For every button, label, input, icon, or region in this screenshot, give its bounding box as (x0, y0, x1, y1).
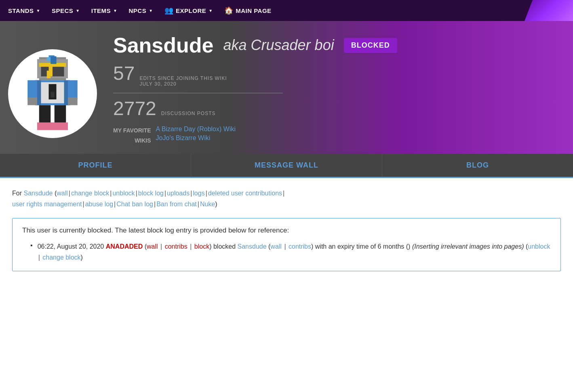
nav-stands[interactable]: STANDS ▼ (8, 7, 40, 14)
list-bullet: ▪ (30, 242, 33, 249)
content-area: For Sansdude (wall|change block|unblock|… (0, 178, 573, 281)
link-user-rights[interactable]: user rights management (12, 201, 82, 208)
profile-header: Sansdude aka Crusader boi BLOCKED 57 EDI… (0, 21, 573, 154)
tabs-bar: PROFILE MESSAGE WALL BLOG (0, 154, 573, 178)
explore-icon: 👥 (164, 6, 174, 15)
log-change-block[interactable]: change block (42, 254, 80, 261)
svg-rect-7 (47, 57, 51, 61)
posts-stat-row: 2772 DISCUSSION POSTS (113, 99, 561, 118)
link-unblock[interactable]: unblock (112, 190, 135, 197)
username-row: Sansdude aka Crusader boi BLOCKED (113, 33, 561, 57)
link-abuse-log[interactable]: abuse log (85, 201, 113, 208)
log-timestamp: 06:22, August 20, 2020 (38, 243, 104, 250)
svg-rect-8 (51, 56, 56, 64)
specs-arrow-icon: ▼ (76, 8, 80, 13)
posts-label: DISCUSSION POSTS (161, 111, 216, 116)
tab-message-wall[interactable]: MESSAGE WALL (191, 154, 382, 177)
svg-rect-22 (68, 97, 78, 105)
posts-count: 2772 (113, 99, 156, 118)
edits-label: EDITS SINCE JOINING THIS WIKI JULY 30, 2… (139, 75, 227, 87)
fav-wikis-label: MY FAVORITEWIKIS (113, 126, 151, 146)
link-uploads[interactable]: uploads (167, 190, 190, 197)
link-deleted-contributions[interactable]: deleted user contributions (208, 190, 282, 197)
stands-arrow-icon: ▼ (36, 8, 40, 13)
tab-blog-label: BLOG (466, 161, 489, 170)
log-reason: (Inserting irrelevant images into pages) (412, 243, 524, 250)
log-blocker-contribs[interactable]: contribs (165, 243, 187, 250)
stands-label: STANDS (8, 7, 34, 14)
log-target-wall[interactable]: wall (270, 243, 282, 250)
link-block-log[interactable]: block log (138, 190, 164, 197)
nav-items[interactable]: ITEMS ▼ (91, 7, 118, 14)
nav-explore[interactable]: 👥 EXPLORE ▼ (164, 6, 213, 15)
npcs-arrow-icon: ▼ (149, 8, 153, 13)
log-blocker-wall[interactable]: wall (147, 243, 158, 250)
log-entry-text: 06:22, August 20, 2020 ANADADED (wall | … (38, 241, 551, 263)
log-target-contribs[interactable]: contribs (289, 243, 311, 250)
block-log-entry: ▪ 06:22, August 20, 2020 ANADADED (wall … (22, 241, 551, 263)
block-log-title: This user is currently blocked. The late… (22, 226, 551, 235)
svg-rect-18 (53, 122, 68, 130)
svg-rect-15 (39, 105, 51, 124)
home-icon: 🏠 (224, 6, 234, 15)
block-info-para: For Sansdude (wall|change block|unblock|… (12, 188, 561, 210)
profile-info: Sansdude aka Crusader boi BLOCKED 57 EDI… (113, 33, 561, 146)
svg-rect-16 (55, 105, 66, 124)
link-nuke[interactable]: Nuke (200, 201, 215, 208)
tab-message-wall-label: MESSAGE WALL (255, 161, 318, 170)
fav-wiki-links: A Bizarre Day (Roblox) Wiki JoJo's Bizar… (156, 126, 236, 146)
avatar (8, 49, 97, 138)
edits-label-line1: EDITS SINCE JOINING THIS WIKI (139, 75, 227, 81)
svg-rect-21 (27, 97, 37, 105)
log-blocker-name[interactable]: ANADADED (106, 243, 143, 250)
log-action: blocked (213, 243, 238, 250)
fav-wiki-2[interactable]: JoJo's Bizarre Wiki (156, 134, 236, 142)
svg-rect-17 (37, 122, 53, 130)
log-expiry-text: with an expiry time of 6 months () (315, 243, 412, 250)
specs-label: SPECS (52, 7, 73, 14)
log-target-name[interactable]: Sansdude (238, 243, 267, 250)
nav-specs[interactable]: SPECS ▼ (52, 7, 80, 14)
link-chat-ban-log[interactable]: Chat ban log (116, 201, 153, 208)
nav-decorative-corner (525, 0, 573, 21)
link-ban-from-chat[interactable]: Ban from chat (156, 201, 197, 208)
tab-profile-label: PROFILE (78, 161, 112, 170)
items-label: ITEMS (91, 7, 111, 14)
block-log-box: This user is currently blocked. The late… (12, 218, 561, 271)
svg-rect-14 (51, 92, 55, 97)
svg-rect-19 (27, 80, 37, 99)
main-page-label: MAIN PAGE (236, 7, 271, 14)
log-blocker-block[interactable]: block (194, 243, 209, 250)
link-change-block[interactable]: change block (71, 190, 109, 197)
tab-profile[interactable]: PROFILE (0, 154, 191, 177)
username-aka: aka Crusader boi (223, 37, 334, 54)
items-arrow-icon: ▼ (113, 8, 117, 13)
username: Sansdude (113, 33, 214, 57)
fav-wiki-1[interactable]: A Bizarre Day (Roblox) Wiki (156, 126, 236, 133)
explore-label: EXPLORE (176, 7, 206, 14)
link-logs[interactable]: logs (193, 190, 204, 197)
nav-npcs[interactable]: NPCS ▼ (129, 7, 153, 14)
top-navigation: STANDS ▼ SPECS ▼ ITEMS ▼ NPCS ▼ 👥 EXPLOR… (0, 0, 573, 21)
tab-blog[interactable]: BLOG (382, 154, 573, 177)
edits-count: 57 (113, 64, 135, 83)
blocked-badge: BLOCKED (344, 38, 397, 53)
stats-area: 57 EDITS SINCE JOINING THIS WIKI JULY 30… (113, 64, 561, 146)
npcs-label: NPCS (129, 7, 146, 14)
avatar-image (14, 55, 91, 132)
favorite-wikis: MY FAVORITEWIKIS A Bizarre Day (Roblox) … (113, 126, 561, 146)
stat-divider (113, 93, 283, 93)
edits-stat-row: 57 EDITS SINCE JOINING THIS WIKI JULY 30… (113, 64, 561, 87)
for-text: For (12, 190, 22, 197)
block-info-username-link[interactable]: Sansdude (23, 190, 53, 197)
explore-arrow-icon: ▼ (209, 8, 213, 13)
svg-rect-20 (68, 80, 78, 99)
log-unblock[interactable]: unblock (528, 243, 550, 250)
svg-rect-5 (47, 71, 51, 78)
edits-label-line2: JULY 30, 2020 (139, 81, 176, 87)
nav-main-page[interactable]: 🏠 MAIN PAGE (224, 6, 272, 15)
link-wall[interactable]: wall (57, 190, 68, 197)
